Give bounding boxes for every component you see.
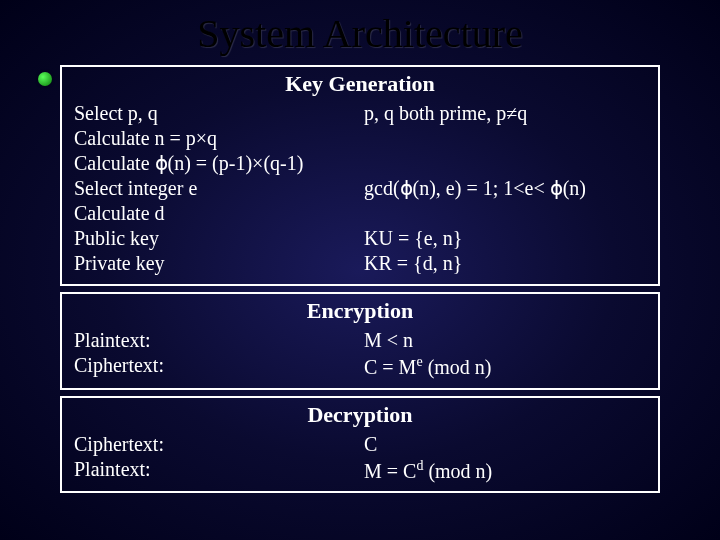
encryption-row: Ciphertext: C = Me (mod n) xyxy=(74,353,646,380)
encryption-right: C = Me (mod n) xyxy=(354,353,646,380)
keygen-row: Private key KR = {d, n} xyxy=(74,251,646,276)
keygen-row: Select p, q p, q both prime, p≠q xyxy=(74,101,646,126)
decryption-box: Decryption Ciphertext: C Plaintext: M = … xyxy=(60,396,660,494)
keygen-left: Calculate ϕ(n) = (p-1)×(q-1) xyxy=(74,151,354,176)
encryption-left: Ciphertext: xyxy=(74,353,354,380)
keygen-right: KR = {d, n} xyxy=(354,251,646,276)
keygen-right: gcd(ϕ(n), e) = 1; 1<e< ϕ(n) xyxy=(354,176,646,201)
keygen-left: Select p, q xyxy=(74,101,354,126)
keygen-left: Calculate n = p×q xyxy=(74,126,354,151)
decryption-right: C xyxy=(354,432,646,457)
keygen-left: Private key xyxy=(74,251,354,276)
keygen-heading: Key Generation xyxy=(74,71,646,97)
slide: System Architecture Key Generation Selec… xyxy=(0,10,720,540)
decryption-row: Plaintext: M = Cd (mod n) xyxy=(74,457,646,484)
keygen-right: KU = {e, n} xyxy=(354,226,646,251)
decryption-left: Ciphertext: xyxy=(74,432,354,457)
keygen-box: Key Generation Select p, q p, q both pri… xyxy=(60,65,660,286)
keygen-right xyxy=(354,126,646,151)
encryption-box: Encryption Plaintext: M < n Ciphertext: … xyxy=(60,292,660,390)
encryption-row: Plaintext: M < n xyxy=(74,328,646,353)
decryption-left: Plaintext: xyxy=(74,457,354,484)
keygen-right xyxy=(354,151,646,176)
keygen-row: Calculate d xyxy=(74,201,646,226)
keygen-left: Select integer e xyxy=(74,176,354,201)
keygen-left: Public key xyxy=(74,226,354,251)
keygen-right xyxy=(354,201,646,226)
decryption-right: M = Cd (mod n) xyxy=(354,457,646,484)
encryption-right: M < n xyxy=(354,328,646,353)
keygen-left: Calculate d xyxy=(74,201,354,226)
decryption-row: Ciphertext: C xyxy=(74,432,646,457)
keygen-row: Public key KU = {e, n} xyxy=(74,226,646,251)
slide-title: System Architecture xyxy=(0,10,720,57)
keygen-row: Select integer e gcd(ϕ(n), e) = 1; 1<e< … xyxy=(74,176,646,201)
decryption-heading: Decryption xyxy=(74,402,646,428)
keygen-row: Calculate n = p×q xyxy=(74,126,646,151)
bullet-icon xyxy=(38,72,52,86)
keygen-row: Calculate ϕ(n) = (p-1)×(q-1) xyxy=(74,151,646,176)
encryption-heading: Encryption xyxy=(74,298,646,324)
keygen-right: p, q both prime, p≠q xyxy=(354,101,646,126)
encryption-left: Plaintext: xyxy=(74,328,354,353)
